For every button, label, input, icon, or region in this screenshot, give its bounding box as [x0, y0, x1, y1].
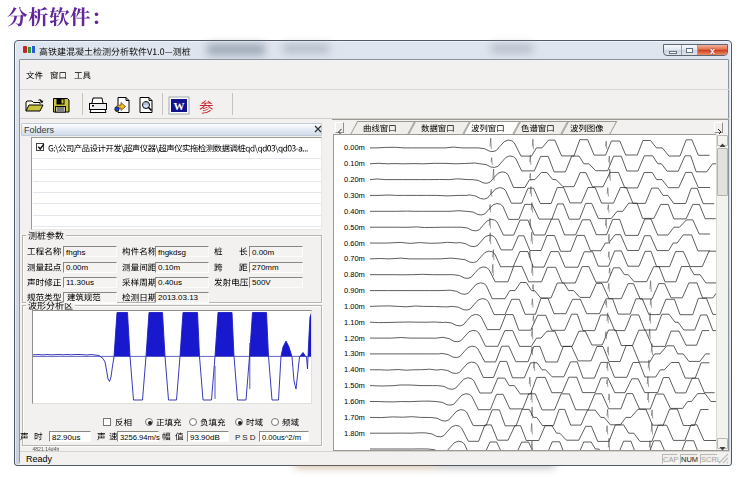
svg-text:W: W [174, 100, 185, 112]
